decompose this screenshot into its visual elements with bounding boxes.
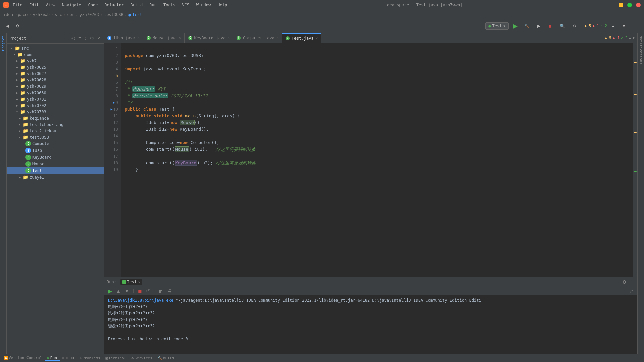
bottom-tab-services[interactable]: ⚙ Services bbox=[129, 356, 155, 360]
tree-item-test[interactable]: C Test bbox=[7, 167, 104, 174]
search-button[interactable]: 🔍 bbox=[557, 22, 568, 30]
tab-test-close[interactable]: × bbox=[316, 36, 318, 40]
tab-keyboard[interactable]: C KeyBoard.java × bbox=[185, 33, 234, 43]
tree-item-yzh70627[interactable]: ▶ 📁 yzh70627 bbox=[7, 70, 104, 77]
bottom-tab-build[interactable]: 🔨 Build bbox=[155, 356, 177, 360]
console-run-button[interactable]: ▶ bbox=[107, 288, 113, 294]
rerun-button[interactable]: ↺ bbox=[145, 288, 151, 294]
bottom-tab-todo[interactable]: ☑ TODO bbox=[60, 356, 77, 360]
tab-computer[interactable]: C Computer.java × bbox=[233, 33, 282, 43]
tree-item-keyboard[interactable]: C KeyBoard bbox=[7, 154, 104, 161]
sidebar-tab-project[interactable]: Project bbox=[0, 33, 6, 54]
tree-item-test2jiekou[interactable]: ▶ 📁 test2jiekou bbox=[7, 128, 104, 134]
tree-item-yzh7[interactable]: ▶ 📁 yzh7 bbox=[7, 58, 104, 64]
tab-mouse-close[interactable]: × bbox=[179, 36, 181, 40]
nav-down-button[interactable]: ▼ bbox=[619, 22, 629, 30]
tab-keyboard-close[interactable]: × bbox=[227, 36, 230, 40]
editor-indicators: ▲ 5 ▲ 1 ✓ 2 ▲ ▼ bbox=[605, 36, 637, 40]
close-run-button[interactable]: − bbox=[629, 279, 635, 285]
breadcrumb-item[interactable]: test3USB bbox=[104, 12, 123, 17]
run-button[interactable]: ▶ bbox=[512, 21, 519, 31]
tree-item-src[interactable]: ▾ 📁 src bbox=[7, 45, 104, 51]
toolbar-forward-button[interactable]: ⚙ bbox=[13, 22, 22, 30]
line-numbers: 1 2 3 4 5 6 7 8 ▶9 ▶10 11 12 13 bbox=[104, 43, 121, 277]
tree-item-keqiance[interactable]: ▶ 📁 keqiance bbox=[7, 115, 104, 121]
tab-iusb[interactable]: I IUsb.java × bbox=[104, 33, 143, 43]
stop-run-button[interactable]: ◼ bbox=[137, 288, 143, 294]
tab-computer-close[interactable]: × bbox=[276, 36, 279, 40]
menu-view[interactable]: View bbox=[44, 2, 57, 8]
menu-file[interactable]: File bbox=[11, 2, 24, 8]
tree-item-iusb[interactable]: I IUsb bbox=[7, 147, 104, 154]
code-content[interactable]: package com.yzh70703.test3USB; import ja… bbox=[121, 43, 633, 277]
menu-run[interactable]: Run bbox=[148, 2, 158, 8]
menu-window[interactable]: Window bbox=[195, 2, 212, 8]
settings-run-button[interactable]: ⚙ bbox=[621, 279, 628, 285]
tree-item-test3usb[interactable]: ▾ 📁 test3USB bbox=[7, 134, 104, 140]
tree-item-mouse[interactable]: C Mouse bbox=[7, 161, 104, 167]
stop-button[interactable]: ◼ bbox=[546, 22, 554, 30]
panel-settings-button[interactable]: ⚙ bbox=[89, 35, 95, 41]
notifications-tab[interactable]: Notifications bbox=[638, 33, 644, 67]
menu-build[interactable]: Build bbox=[129, 2, 144, 8]
scroll-down-button[interactable]: ▼ bbox=[123, 288, 131, 294]
coverage-button[interactable]: ▶̲ bbox=[535, 22, 543, 30]
tree-item-zuaye1[interactable]: ▶ 📁 zuaye1 bbox=[7, 174, 104, 180]
menu-navigate[interactable]: Navigate bbox=[61, 2, 83, 8]
tree-item-yzh70629[interactable]: ▶ 📁 yzh70629 bbox=[7, 83, 104, 89]
panel-close-button[interactable]: × bbox=[96, 35, 101, 41]
tree-item-yzh70701[interactable]: ▶ 📁 yzh70701 bbox=[7, 96, 104, 102]
menu-bar[interactable]: File Edit View Navigate Code Refactor Bu… bbox=[11, 2, 228, 8]
tree-item-yzh70630[interactable]: ▶ 📁 yzh70630 bbox=[7, 89, 104, 96]
panel-collapse-button[interactable]: ≡ bbox=[77, 35, 82, 41]
tab-test[interactable]: C Test.java × bbox=[282, 33, 322, 43]
tree-item-test1chouxiang[interactable]: ▶ 📁 test1chouxiang bbox=[7, 121, 104, 128]
run-config-dropdown[interactable]: ● Test ▾ bbox=[485, 22, 508, 30]
tree-item-yzh70702[interactable]: ▶ 📁 yzh70702 bbox=[7, 102, 104, 109]
scroll-up-button[interactable]: ▲ bbox=[115, 288, 122, 294]
breadcrumb-item[interactable]: yzh7wwb bbox=[33, 12, 50, 17]
run-tab-selector[interactable]: Test × bbox=[120, 279, 143, 285]
menu-code[interactable]: Code bbox=[87, 2, 99, 8]
panel-locate-button[interactable]: ◎ bbox=[70, 35, 76, 41]
menu-edit[interactable]: Edit bbox=[28, 2, 40, 8]
bottom-tab-terminal[interactable]: ▣ Terminal bbox=[103, 356, 129, 360]
run-toolbar: Run: Test × ⚙ − bbox=[104, 277, 637, 287]
warning-count: ▲ 5 bbox=[585, 24, 591, 28]
build-button[interactable]: 🔨 bbox=[522, 22, 532, 30]
tree-item-computer[interactable]: C Computer bbox=[7, 140, 104, 147]
print-button[interactable]: 🖨 bbox=[166, 288, 173, 294]
breadcrumb-item-current[interactable]: Test bbox=[132, 12, 142, 17]
code-editor[interactable]: 1 2 3 4 5 6 7 8 ▶9 ▶10 11 12 13 bbox=[104, 43, 637, 277]
close-button[interactable] bbox=[636, 3, 641, 7]
bottom-tab-run[interactable]: ▶ Run bbox=[45, 356, 60, 361]
menu-tools[interactable]: Tools bbox=[162, 2, 177, 8]
tab-iusb-close[interactable]: × bbox=[137, 36, 140, 40]
breadcrumb-item[interactable]: yzh70703 bbox=[79, 12, 99, 17]
console-line: 鼠标♦?始工作♦?♦♦?♦♦?? bbox=[108, 310, 633, 316]
toolbar-back-button[interactable]: ◀ bbox=[3, 22, 12, 30]
more-button[interactable]: ⋮ bbox=[631, 22, 641, 30]
clear-console-button[interactable]: 🗑 bbox=[157, 288, 164, 294]
menu-vcs[interactable]: VCS bbox=[181, 2, 191, 8]
tree-item-yzh70703[interactable]: ▾ 📁 yzh70703 bbox=[7, 109, 104, 115]
bottom-tab-problems[interactable]: ⚠ Problems bbox=[77, 356, 103, 360]
maximize-button[interactable] bbox=[627, 3, 632, 7]
nav-up-button[interactable]: ▲ bbox=[608, 22, 618, 30]
breadcrumb-item[interactable]: idea_space bbox=[3, 12, 28, 17]
tree-item-com[interactable]: ▾ 📁 com bbox=[7, 51, 104, 58]
tab-mouse[interactable]: C Mouse.java × bbox=[143, 33, 185, 43]
breadcrumb-item[interactable]: com bbox=[67, 12, 74, 17]
menu-help[interactable]: Help bbox=[216, 2, 228, 8]
minimize-button[interactable] bbox=[619, 3, 623, 7]
expand-console-button[interactable]: ⤢ bbox=[628, 288, 635, 294]
settings-button[interactable]: ⚙ bbox=[570, 22, 579, 30]
tree-item-yzh70628[interactable]: ▶ 📁 yzh70628 bbox=[7, 77, 104, 83]
breadcrumb-item[interactable]: src bbox=[55, 12, 62, 17]
panel-sort-button[interactable]: ↕ bbox=[84, 35, 88, 41]
window-controls[interactable] bbox=[619, 3, 641, 7]
tree-item-yzh70625[interactable]: ▶ 📁 yzh70625 bbox=[7, 64, 104, 70]
menu-refactor[interactable]: Refactor bbox=[103, 2, 125, 8]
console-line: D:\Java\jdk1.8\bin\java.exe "-javaagent:… bbox=[108, 297, 633, 304]
bottom-tab-version-control[interactable]: 🔀 Version Control bbox=[1, 356, 45, 361]
